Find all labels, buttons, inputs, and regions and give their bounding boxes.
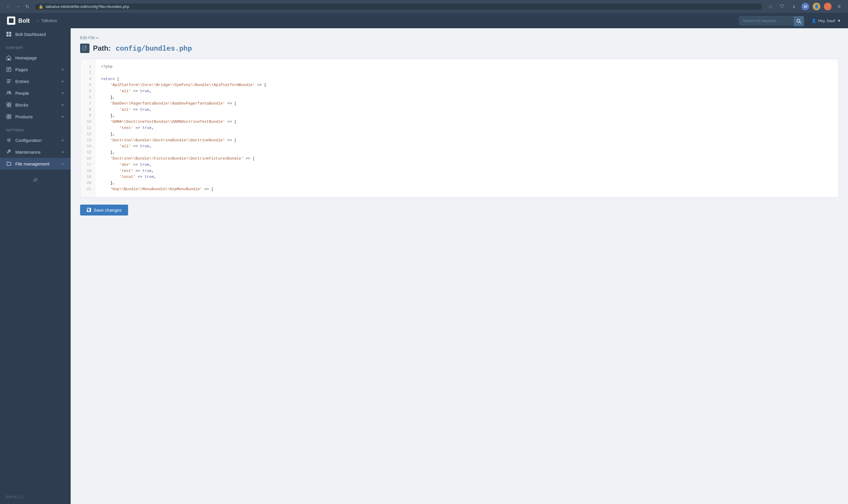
blocks-arrow-icon: ►	[61, 103, 65, 107]
entries-arrow-icon: ►	[61, 79, 65, 83]
site-link[interactable]: → Talkative	[36, 18, 57, 23]
code-line-5: 'all' => true,	[101, 88, 832, 94]
code-line-12: ],	[101, 131, 832, 138]
maintenance-arrow-icon: ►	[61, 150, 65, 154]
sidebar-item-products[interactable]: Products ►	[0, 111, 71, 123]
line-num-10: 10	[84, 119, 91, 125]
save-changes-button[interactable]: Save changes	[80, 204, 128, 216]
app-body: Bolt Dashboard CONTENT Homepage Pages ► …	[0, 28, 848, 504]
page-title-prefix: Path:	[93, 44, 111, 52]
bookmark-button[interactable]: ☆	[766, 2, 774, 11]
line-num-1: 1	[84, 64, 91, 70]
browser-nav-buttons: ← → ↻	[5, 3, 31, 10]
download-button[interactable]: ⇓	[790, 2, 798, 11]
sidebar-item-file-management[interactable]: File management ►	[0, 158, 71, 169]
svg-point-14	[7, 91, 9, 93]
svg-line-1	[799, 22, 801, 23]
line-num-19: 19	[84, 174, 91, 180]
main-content: Edit File » Path: config/bundles.php 1 2…	[71, 28, 848, 504]
line-num-13: 13	[84, 138, 91, 144]
back-button[interactable]: ←	[5, 3, 12, 10]
profile-avatar-3[interactable]	[824, 3, 831, 10]
search-button[interactable]	[794, 16, 804, 26]
sidebar-item-people[interactable]: People ►	[0, 87, 71, 99]
search-input-wrap	[739, 16, 804, 25]
sidebar-item-pages[interactable]: Pages ►	[0, 64, 71, 75]
user-icon: 👤	[811, 19, 816, 23]
sidebar-item-maintenance[interactable]: Maintenance ►	[0, 146, 71, 158]
sidebar-item-blocks[interactable]: Blocks ►	[0, 99, 71, 111]
line-num-12: 12	[84, 131, 91, 138]
line-num-9: 9	[84, 113, 91, 119]
svg-rect-6	[8, 58, 10, 60]
svg-point-0	[797, 19, 800, 22]
sidebar-item-file-management-label: File management	[15, 161, 58, 166]
code-line-1: <?php	[101, 64, 832, 70]
line-num-18: 18	[84, 168, 91, 174]
code-line-7: 'BabDev\\PagerfantaBundle\\BabDevPagerfa…	[101, 101, 832, 107]
svg-point-15	[10, 92, 11, 93]
code-line-18: 'test' => true,	[101, 168, 832, 174]
menu-button[interactable]: ≡	[835, 2, 843, 11]
forward-button[interactable]: →	[14, 3, 21, 10]
breadcrumb: Edit File »	[80, 35, 838, 40]
pages-icon	[6, 67, 12, 72]
code-line-11: 'test' => true,	[101, 125, 832, 131]
code-editor: 1 2 3 4 5 6 7 8 9 10 11 12 13 14 15 16 1	[80, 59, 838, 198]
line-num-3: 3	[84, 76, 91, 83]
home-icon	[6, 55, 12, 61]
line-num-21: 21	[84, 186, 91, 193]
app-name: Bolt	[18, 17, 30, 24]
entries-icon	[6, 78, 12, 84]
line-num-6: 6	[84, 94, 91, 101]
reload-button[interactable]: ↻	[23, 3, 31, 10]
browser-chrome: ← → ↻ 🔒 talkative.htb/bolt/file-edit/con…	[0, 0, 848, 13]
code-line-14: 'all' => true,	[101, 143, 832, 149]
line-numbers: 1 2 3 4 5 6 7 8 9 10 11 12 13 14 15 16 1	[80, 59, 95, 197]
line-num-4: 4	[84, 82, 91, 88]
line-num-16: 16	[84, 156, 91, 162]
search-area: 👤 Hey, Saul! ▼	[739, 16, 841, 25]
dashboard-icon	[6, 31, 12, 37]
svg-rect-21	[9, 114, 11, 116]
svg-rect-11	[7, 79, 11, 80]
code-line-16: 'Doctrine\\Bundle\\FixturesBundle\\Doctr…	[101, 156, 832, 162]
sidebar-bottom: Bolt v5.1.3	[0, 489, 71, 504]
sidebar: Bolt Dashboard CONTENT Homepage Pages ► …	[0, 28, 71, 504]
code-line-9: ],	[101, 113, 832, 119]
code-line-3: return [	[101, 76, 832, 83]
sidebar-item-configuration-label: Configuration	[15, 138, 58, 143]
code-line-8: 'all' => true,	[101, 107, 832, 113]
sidebar-item-dashboard[interactable]: Bolt Dashboard	[0, 28, 71, 40]
code-line-4: 'ApiPlatform\\Core\\Bridge\\Symfony\\Bun…	[101, 82, 832, 88]
address-bar[interactable]: 🔒 talkative.htb/bolt/file-edit/config?fi…	[34, 3, 763, 10]
sidebar-item-dashboard-label: Bolt Dashboard	[15, 32, 65, 37]
configuration-arrow-icon: ►	[61, 138, 65, 142]
code-line-19: 'local' => true,	[101, 174, 832, 180]
shield-button[interactable]: 🛡	[778, 2, 786, 11]
app-logo[interactable]: Bolt	[7, 17, 30, 25]
svg-rect-18	[7, 105, 8, 107]
code-textarea[interactable]: <?php return [ 'ApiPlatform\\Core\\Bridg…	[95, 59, 838, 197]
profile-avatar-2[interactable]: 👤	[813, 3, 820, 10]
sidebar-item-people-label: People	[15, 91, 58, 96]
people-icon	[6, 90, 12, 96]
sidebar-item-homepage[interactable]: Homepage	[0, 52, 71, 64]
sidebar-item-products-label: Products	[15, 114, 58, 119]
line-num-2: 2	[84, 70, 91, 76]
maintenance-icon	[6, 149, 12, 155]
sidebar-toggle-button[interactable]: ⇄	[33, 174, 38, 185]
svg-rect-20	[7, 114, 8, 116]
user-menu[interactable]: 👤 Hey, Saul! ▼	[811, 19, 841, 23]
sidebar-item-configuration[interactable]: Configuration ►	[0, 134, 71, 146]
svg-rect-16	[7, 103, 8, 105]
file-type-icon	[80, 43, 90, 53]
svg-rect-4	[6, 34, 8, 36]
user-dropdown-icon: ▼	[837, 19, 841, 23]
file-management-icon	[6, 161, 12, 167]
sidebar-item-entries[interactable]: Entries ►	[0, 75, 71, 87]
line-num-15: 15	[84, 149, 91, 156]
top-nav: Bolt → Talkative 👤 Hey, Saul! ▼	[0, 13, 848, 28]
line-num-8: 8	[84, 107, 91, 113]
pages-arrow-icon: ►	[61, 68, 65, 72]
